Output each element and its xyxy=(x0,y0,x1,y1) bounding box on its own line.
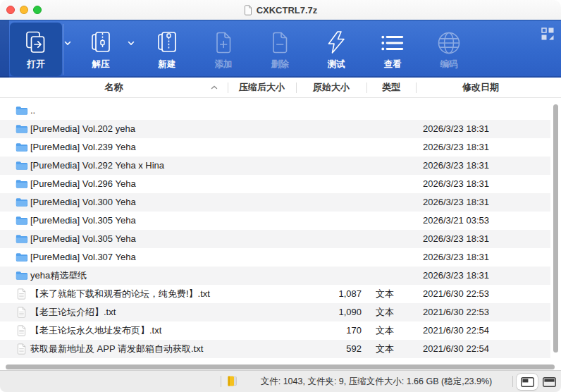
text-file-icon xyxy=(17,325,26,336)
row-size: 592 xyxy=(228,340,362,358)
row-modified: 2026/3/23 18:31 xyxy=(423,175,489,193)
folder-icon xyxy=(16,161,27,171)
document-proxy-icon[interactable] xyxy=(244,5,252,16)
row-type: 文本 xyxy=(366,340,403,358)
row-name: 获取最新地址及 APP 请发邮箱自动获取.txt xyxy=(30,340,203,358)
toolbar-encoding-label: 编码 xyxy=(440,59,458,70)
toolbar-new-button[interactable]: 新建 xyxy=(144,30,190,70)
extract-dropdown-chevron-icon[interactable] xyxy=(128,41,135,46)
zip-extract-icon xyxy=(87,30,114,56)
window-title-area: CXKCTRL7.7z xyxy=(0,0,561,20)
row-modified: 2026/3/23 18:31 xyxy=(423,267,489,285)
open-dropdown-chevron-icon[interactable] xyxy=(64,41,71,46)
folder-icon xyxy=(16,271,27,281)
layout-left-panel-button[interactable] xyxy=(517,374,538,390)
toolbar-test-label: 测试 xyxy=(328,59,345,70)
table-row[interactable]: [PureMedia] Vol.296 Yeha 2026/3/23 18:31 xyxy=(0,175,561,193)
file-list: .. [PureMedia] Vol.202 yeha 2026/3/23 18… xyxy=(0,98,561,358)
toolbar-open-button[interactable]: 打开 xyxy=(10,23,62,76)
window-title: CXKCTRL7.7z xyxy=(257,5,318,16)
archive-folder-icon xyxy=(226,375,238,387)
horizontal-scrollbar[interactable] xyxy=(6,365,555,369)
row-modified: 2021/6/30 22:53 xyxy=(423,303,489,321)
folder-icon xyxy=(16,142,27,152)
toolbar-edge-shade xyxy=(0,20,9,78)
table-row[interactable]: yeha精选壁纸 2026/3/23 18:31 xyxy=(0,267,561,285)
row-name: [PureMedia] Vol.305 Yeha xyxy=(30,212,136,230)
table-row[interactable]: 【老王论坛永久地址发布页】.txt 170 文本 2021/6/30 22:54 xyxy=(0,321,561,340)
open-split-divider xyxy=(63,24,63,75)
column-header-packed-size[interactable]: 压缩后大小 xyxy=(228,78,296,97)
globe-icon xyxy=(436,30,462,56)
toolbar-encoding-button: 编码 xyxy=(426,30,471,70)
row-modified: 2021/6/30 22:54 xyxy=(423,340,489,358)
table-row[interactable]: [PureMedia] Vol.202 yeha 2026/3/23 18:31 xyxy=(0,120,561,138)
toolbar: 打开 解压 新建 xyxy=(0,20,561,78)
row-modified: 2021/6/30 22:54 xyxy=(423,321,489,340)
lightning-icon xyxy=(323,30,350,56)
column-header-original-size[interactable]: 原始大小 xyxy=(296,78,366,97)
table-row[interactable]: .. xyxy=(0,102,561,120)
row-modified: 2021/6/30 22:53 xyxy=(423,285,489,303)
row-modified: 2026/3/23 18:31 xyxy=(423,157,489,175)
column-header-type[interactable]: 类型 xyxy=(366,78,416,97)
row-name: 【老王论坛永久地址发布页】.txt xyxy=(30,321,161,340)
folder-icon xyxy=(16,216,27,226)
statusbar: 文件: 1043, 文件夹: 9, 压缩文件大小: 1.66 GB (稳定,23… xyxy=(0,370,561,392)
toolbar-test-button[interactable]: 测试 xyxy=(314,30,359,70)
layout-top-panel-button[interactable] xyxy=(538,374,560,390)
row-name: [PureMedia] Vol.202 yeha xyxy=(30,120,135,138)
folder-icon xyxy=(16,124,27,134)
column-header-name[interactable]: 名称 xyxy=(0,78,228,97)
table-row[interactable]: [PureMedia] Vol.239 Yeha 2026/3/23 18:31 xyxy=(0,138,561,157)
table-row[interactable]: 【来了就能下载和观看的论坛，纯免费!】.txt 1,087 文本 2021/6/… xyxy=(0,285,561,303)
row-name: yeha精选壁纸 xyxy=(30,267,87,285)
layout-left-panel-icon xyxy=(521,377,534,387)
table-row[interactable]: 【老王论坛介绍】.txt 1,090 文本 2021/6/30 22:53 xyxy=(0,303,561,321)
row-type: 文本 xyxy=(366,285,403,303)
row-size: 1,090 xyxy=(228,303,362,321)
table-row[interactable]: 获取最新地址及 APP 请发邮箱自动获取.txt 592 文本 2021/6/3… xyxy=(0,340,561,358)
toolbar-extract-label: 解压 xyxy=(92,59,110,70)
row-name: [PureMedia] Vol.292 Yeha x Hina xyxy=(30,157,164,175)
row-name: .. xyxy=(30,102,35,120)
row-name: 【老王论坛介绍】.txt xyxy=(30,303,116,321)
statusbar-divider xyxy=(512,376,513,387)
folder-icon xyxy=(16,252,27,262)
column-header-modified[interactable]: 修改日期 xyxy=(416,78,545,97)
toolbar-delete-label: 删除 xyxy=(271,59,289,70)
toolbar-extract-button[interactable]: 解压 xyxy=(78,30,123,70)
row-name: [PureMedia] Vol.305 Yeha xyxy=(30,230,136,248)
row-name: [PureMedia] Vol.296 Yeha xyxy=(30,175,136,193)
gallery-grid-icon[interactable] xyxy=(541,27,554,40)
row-modified: 2026/3/23 18:31 xyxy=(423,193,489,212)
row-size: 1,087 xyxy=(228,285,362,303)
row-name: 【来了就能下载和观看的论坛，纯免费!】.txt xyxy=(30,285,210,303)
table-row[interactable]: [PureMedia] Vol.305 Yeha 2026/3/23 18:31 xyxy=(0,230,561,248)
zip-new-icon xyxy=(154,30,180,56)
row-modified: 2026/3/21 03:53 xyxy=(423,212,489,230)
text-file-icon xyxy=(17,343,26,355)
row-modified: 2026/3/23 18:31 xyxy=(423,248,489,267)
folder-icon xyxy=(16,197,27,207)
statusbar-divider xyxy=(221,376,221,387)
table-row[interactable]: [PureMedia] Vol.300 Yeha 2026/3/23 18:31 xyxy=(0,193,561,212)
toolbar-open-label: 打开 xyxy=(27,59,45,70)
file-plus-icon xyxy=(210,30,237,56)
toolbar-add-button: 添加 xyxy=(201,30,246,70)
row-modified: 2026/3/23 18:31 xyxy=(423,138,489,157)
toolbar-delete-button: 删除 xyxy=(257,30,302,70)
row-modified: 2026/3/23 18:31 xyxy=(423,120,489,138)
row-size: 170 xyxy=(228,321,362,340)
row-type: 文本 xyxy=(366,321,403,340)
app-window: CXKCTRL7.7z 打开 解压 xyxy=(0,0,561,392)
vertical-scrollbar[interactable] xyxy=(553,104,558,353)
toolbar-view-button[interactable]: 查看 xyxy=(370,30,415,70)
folder-icon xyxy=(16,106,27,116)
table-row[interactable]: [PureMedia] Vol.307 Yeha 2026/3/23 18:31 xyxy=(0,248,561,267)
row-name: [PureMedia] Vol.307 Yeha xyxy=(30,248,136,267)
layout-top-panel-icon xyxy=(543,377,556,387)
table-row[interactable]: [PureMedia] Vol.292 Yeha x Hina 2026/3/2… xyxy=(0,157,561,175)
table-row[interactable]: [PureMedia] Vol.305 Yeha 2026/3/21 03:53 xyxy=(0,212,561,230)
row-modified: 2026/3/23 18:31 xyxy=(423,230,489,248)
